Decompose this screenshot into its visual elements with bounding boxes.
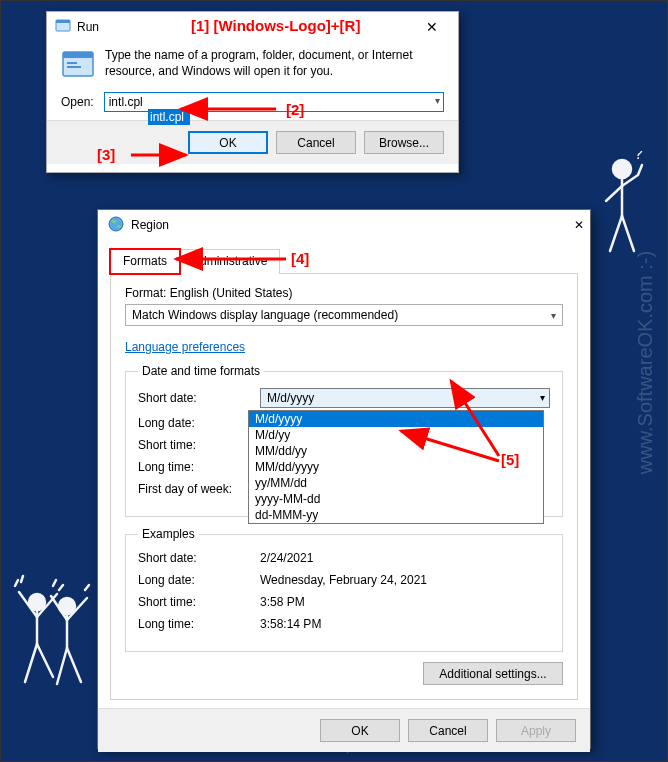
format-combo[interactable]: Match Windows display language (recommen… xyxy=(125,304,563,326)
ex-long-date-label: Long date: xyxy=(138,573,260,587)
run-open-label: Open: xyxy=(61,95,94,109)
region-tabstrip: Formats Administrative xyxy=(110,248,578,274)
region-apply-button[interactable]: Apply xyxy=(496,719,576,742)
short-date-value: M/d/yyyy xyxy=(267,391,314,405)
svg-rect-8 xyxy=(67,62,77,64)
region-dialog: Region ✕ Formats Administrative Format: … xyxy=(97,209,591,749)
ex-long-date-value: Wednesday, February 24, 2021 xyxy=(260,573,427,587)
region-cancel-button[interactable]: Cancel xyxy=(408,719,488,742)
chevron-down-icon[interactable]: ▾ xyxy=(435,95,440,106)
globe-icon xyxy=(108,216,124,235)
short-date-option[interactable]: MM/dd/yy xyxy=(249,443,543,459)
additional-settings-button[interactable]: Additional settings... xyxy=(423,662,563,685)
short-date-dropdown[interactable]: M/d/yyyy M/d/yy MM/dd/yy MM/dd/yyyy yy/M… xyxy=(248,410,544,524)
ex-long-time-label: Long time: xyxy=(138,617,260,631)
short-date-option[interactable]: M/d/yyyy xyxy=(249,411,543,427)
run-app-icon xyxy=(61,48,95,82)
chevron-down-icon: ▾ xyxy=(540,392,545,403)
run-close-button[interactable]: ✕ xyxy=(412,19,452,35)
ex-short-time-value: 3:58 PM xyxy=(260,595,305,609)
svg-rect-7 xyxy=(63,52,93,58)
short-date-option[interactable]: dd-MMM-yy xyxy=(249,507,543,523)
run-input-selection: intl.cpl xyxy=(148,109,190,125)
svg-point-2 xyxy=(29,594,45,610)
svg-rect-5 xyxy=(56,20,70,23)
region-button-row: OK Cancel Apply xyxy=(98,708,590,752)
short-date-option[interactable]: MM/dd/yyyy xyxy=(249,459,543,475)
ex-long-time-value: 3:58:14 PM xyxy=(260,617,321,631)
region-close-button[interactable]: ✕ xyxy=(574,218,584,232)
short-time-label: Short time: xyxy=(138,438,260,452)
run-dialog: Run ✕ Type the name of a program, folder… xyxy=(46,11,459,173)
svg-point-0 xyxy=(613,160,631,178)
stick-figure-thinking: ? xyxy=(592,151,652,270)
svg-point-10 xyxy=(109,217,123,231)
short-date-combo[interactable]: M/d/yyyy ▾ xyxy=(260,388,550,408)
run-title: Run xyxy=(77,20,99,34)
run-cancel-button[interactable]: Cancel xyxy=(276,131,356,154)
ex-short-time-label: Short time: xyxy=(138,595,260,609)
date-time-formats-legend: Date and time formats xyxy=(138,364,264,378)
format-combo-value: Match Windows display language (recommen… xyxy=(132,308,398,322)
short-date-option[interactable]: yy/MM/dd xyxy=(249,475,543,491)
region-titlebar: Region ✕ xyxy=(98,210,590,240)
stick-figure-cheering xyxy=(9,572,99,701)
short-date-option[interactable]: M/d/yy xyxy=(249,427,543,443)
run-titlebar: Run ✕ xyxy=(47,12,458,42)
examples-group: Examples Short date:2/24/2021 Long date:… xyxy=(125,527,563,652)
svg-rect-9 xyxy=(67,66,81,68)
run-window-icon xyxy=(55,18,71,37)
chevron-down-icon: ▾ xyxy=(551,310,556,321)
language-preferences-link[interactable]: Language preferences xyxy=(125,340,245,354)
run-button-row: OK Cancel Browse... xyxy=(47,120,458,164)
watermark-right: www.SoftwareOK.com :-) xyxy=(634,251,657,474)
long-date-label: Long date: xyxy=(138,416,260,430)
short-date-label: Short date: xyxy=(138,391,260,405)
ex-short-date-label: Short date: xyxy=(138,551,260,565)
long-time-label: Long time: xyxy=(138,460,260,474)
run-ok-button[interactable]: OK xyxy=(188,131,268,154)
svg-point-3 xyxy=(59,598,75,614)
tab-administrative[interactable]: Administrative xyxy=(179,249,280,274)
format-label: Format: English (United States) xyxy=(125,286,563,300)
short-date-option[interactable]: yyyy-MM-dd xyxy=(249,491,543,507)
svg-text:?: ? xyxy=(634,151,643,162)
examples-legend: Examples xyxy=(138,527,199,541)
region-ok-button[interactable]: OK xyxy=(320,719,400,742)
run-browse-button[interactable]: Browse... xyxy=(364,131,444,154)
run-description: Type the name of a program, folder, docu… xyxy=(105,48,444,82)
ex-short-date-value: 2/24/2021 xyxy=(260,551,313,565)
region-title: Region xyxy=(131,218,169,232)
first-day-label: First day of week: xyxy=(138,482,260,496)
tab-formats[interactable]: Formats xyxy=(110,249,180,274)
